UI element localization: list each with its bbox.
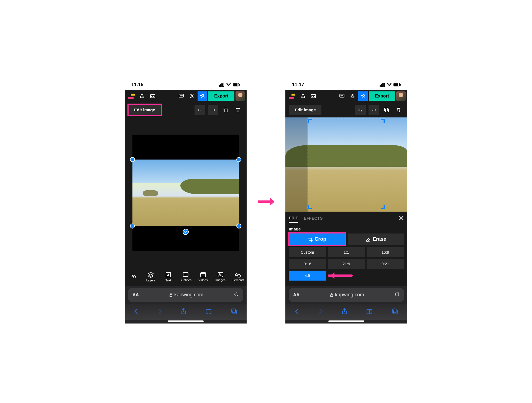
tabs-button[interactable] <box>392 308 398 315</box>
export-button[interactable]: Export <box>369 91 395 101</box>
elements-tool[interactable]: Elements <box>230 272 246 282</box>
ratio-9-21[interactable]: 9:21 <box>367 259 404 269</box>
crop-frame[interactable] <box>308 119 385 209</box>
erase-button[interactable]: Erase <box>348 233 404 245</box>
gear-icon[interactable] <box>187 91 196 101</box>
svg-rect-31 <box>340 94 344 97</box>
text-tool[interactable]: Text <box>160 272 176 282</box>
ratio-21-9[interactable]: 21:9 <box>328 259 365 269</box>
svg-point-9 <box>191 95 193 97</box>
battery-icon <box>233 83 240 87</box>
ratio-1-1[interactable]: 1:1 <box>328 247 365 257</box>
svg-rect-7 <box>150 94 155 98</box>
status-time: 11:17 <box>292 82 304 88</box>
svg-rect-8 <box>179 94 183 97</box>
panel-section-label: Image <box>289 227 404 231</box>
reload-icon[interactable] <box>395 292 400 298</box>
canvas[interactable]: ⟳ <box>132 135 239 251</box>
home-indicator[interactable] <box>168 320 204 322</box>
resize-handle-tl[interactable] <box>130 157 135 162</box>
undo-button[interactable] <box>355 105 366 115</box>
user-avatar[interactable] <box>396 91 406 101</box>
user-avatar[interactable] <box>236 91 245 101</box>
redo-button[interactable] <box>208 105 218 115</box>
bookmarks-button[interactable] <box>205 309 212 315</box>
export-button[interactable]: Export <box>208 91 234 101</box>
battery-icon <box>393 83 401 87</box>
svg-point-10 <box>202 94 204 96</box>
videos-tool[interactable]: Videos <box>195 272 211 282</box>
layers-tool[interactable]: Layers <box>143 272 159 282</box>
erase-label: Erase <box>373 236 386 242</box>
url-bar[interactable]: AA kapwing.com <box>289 288 404 302</box>
ratio-4-5[interactable]: 4:5 <box>289 271 326 281</box>
kapwing-logo[interactable] <box>127 93 135 99</box>
ratio-16-9[interactable]: 16:9 <box>367 247 404 257</box>
caption-icon[interactable] <box>309 91 318 101</box>
redo-button[interactable] <box>369 105 379 115</box>
comment-icon[interactable] <box>177 91 186 101</box>
svg-rect-5 <box>234 84 237 86</box>
resize-handle-bl[interactable] <box>130 224 135 229</box>
cellular-icon <box>380 83 385 87</box>
svg-rect-20 <box>233 310 237 314</box>
url-bar[interactable]: AA kapwing.com <box>128 288 243 302</box>
rotate-handle[interactable]: ⟳ <box>183 229 189 235</box>
trash-icon[interactable] <box>394 105 403 115</box>
wifi-icon <box>226 83 231 87</box>
gear-icon[interactable] <box>348 91 357 101</box>
edit-toolbar: Edit image <box>125 102 247 117</box>
crop-corner-tr[interactable] <box>379 119 385 124</box>
bookmarks-button[interactable] <box>366 309 373 315</box>
reload-icon[interactable] <box>234 292 239 298</box>
resize-handle-tr[interactable] <box>236 157 241 162</box>
text-size-button[interactable]: AA <box>132 292 139 297</box>
kapwing-logo[interactable] <box>288 93 296 99</box>
share-button[interactable] <box>342 308 347 316</box>
duplicate-icon[interactable] <box>221 105 231 115</box>
crop-corner-tl[interactable] <box>308 119 313 124</box>
svg-rect-26 <box>384 83 385 86</box>
upload-tool[interactable] <box>125 273 141 280</box>
back-button[interactable] <box>295 308 299 315</box>
trash-icon[interactable] <box>233 105 243 115</box>
ratio-custom[interactable]: Custom <box>289 247 326 257</box>
crop-canvas[interactable] <box>285 117 407 212</box>
tab-edit[interactable]: EDIT <box>289 215 298 223</box>
svg-rect-25 <box>382 84 383 86</box>
forward-button[interactable] <box>318 308 323 315</box>
back-button[interactable] <box>134 308 139 315</box>
resize-handle-br[interactable] <box>236 224 241 229</box>
edit-image-button[interactable]: Edit image <box>129 105 161 115</box>
app-area: Export Edit image ⟳ <box>125 90 247 286</box>
edit-image-button[interactable]: Edit image <box>289 105 321 115</box>
duplicate-icon[interactable] <box>382 105 391 115</box>
share-icon[interactable] <box>137 91 147 101</box>
svg-rect-36 <box>331 295 333 297</box>
text-size-button[interactable]: AA <box>293 292 300 297</box>
close-panel-icon[interactable]: ✕ <box>398 214 404 222</box>
forward-button[interactable] <box>158 308 162 315</box>
tabs-button[interactable] <box>231 308 237 315</box>
ratio-9-16[interactable]: 9:16 <box>289 259 326 269</box>
svg-rect-2 <box>222 84 222 86</box>
caption-icon[interactable] <box>148 91 157 101</box>
add-user-button[interactable] <box>358 91 368 101</box>
undo-button[interactable] <box>195 105 205 115</box>
selected-image[interactable]: ⟳ <box>132 160 239 226</box>
comment-icon[interactable] <box>337 91 347 101</box>
crop-corner-br[interactable] <box>379 204 385 209</box>
home-indicator[interactable] <box>328 320 364 322</box>
share-button[interactable] <box>181 308 186 316</box>
images-tool[interactable]: Images <box>213 272 229 282</box>
subtitles-tool[interactable]: Subtitles <box>178 272 194 282</box>
tab-effects[interactable]: EFFECTS <box>304 216 323 222</box>
svg-rect-29 <box>400 84 400 85</box>
crop-button[interactable]: Crop <box>289 233 345 245</box>
status-icons <box>380 83 401 87</box>
crop-corner-bl[interactable] <box>308 204 313 209</box>
svg-rect-34 <box>385 109 388 112</box>
add-user-button[interactable] <box>198 91 207 101</box>
share-icon[interactable] <box>298 91 308 101</box>
url-text: kapwing.com <box>169 292 203 298</box>
